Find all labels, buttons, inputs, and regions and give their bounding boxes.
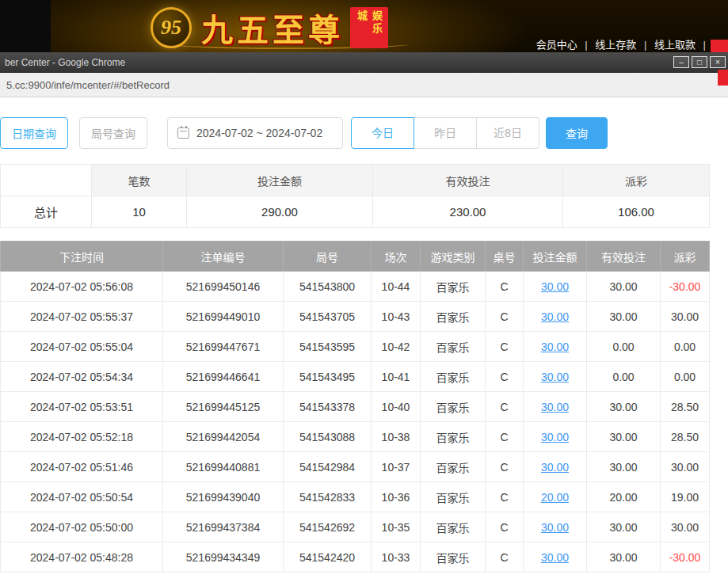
table-row: 2024-07-02 05:50:54 521699439040 5415428… (1, 482, 710, 512)
valid-bet-cell: 30.00 (587, 542, 661, 573)
table-number-cell: C (486, 362, 524, 392)
bet-amount-link[interactable]: 30.00 (524, 392, 587, 422)
order-number-cell: 521699440881 (163, 452, 284, 482)
bet-time-cell: 2024-07-02 05:50:54 (1, 482, 163, 512)
nav-separator: | (644, 39, 646, 51)
bet-amount-link[interactable]: 30.00 (524, 362, 587, 392)
bet-amount-link[interactable]: 30.00 (524, 272, 587, 302)
bet-time-cell: 2024-07-02 05:52:18 (1, 422, 163, 452)
game-type-cell: 百家乐 (421, 422, 486, 452)
browser-titlebar[interactable]: ber Center - Google Chrome – □ × (0, 52, 728, 73)
bet-amount-link[interactable]: 30.00 (524, 452, 587, 482)
bet-amount-link[interactable]: 30.00 (524, 332, 587, 362)
record-column-header: 投注金额 (524, 242, 587, 272)
floating-badge-top[interactable] (711, 40, 728, 52)
record-column-header: 下注时间 (1, 242, 163, 272)
quick-range-group: 今日 昨日 近8日 (351, 117, 539, 149)
payout-cell: 30.00 (661, 302, 710, 332)
window-title: ber Center - Google Chrome (5, 57, 125, 68)
payout-cell: 28.50 (661, 422, 710, 452)
filter-bar: 日期查询 局号查询 2024-07-02 ~ 2024-07-02 今日 昨日 … (0, 117, 728, 149)
close-icon[interactable]: × (710, 56, 726, 68)
site-header: 95 九五至尊 娱乐城 会员中心 | 线上存款 | 线上取款 | (0, 0, 728, 52)
summary-payout-value: 106.00 (563, 196, 710, 228)
bet-amount-link[interactable]: 30.00 (524, 542, 587, 573)
range-last8days-button[interactable]: 近8日 (476, 117, 539, 149)
bet-time-cell: 2024-07-02 05:48:28 (1, 542, 163, 573)
nav-online-withdraw[interactable]: 线上取款 (654, 39, 696, 51)
summary-valid-value: 230.00 (373, 196, 563, 228)
nav-online-deposit[interactable]: 线上存款 (595, 39, 636, 51)
valid-bet-cell: 30.00 (587, 392, 661, 422)
range-yesterday-button[interactable]: 昨日 (414, 117, 477, 149)
order-number-cell: 521699439040 (163, 482, 284, 512)
game-type-cell: 百家乐 (421, 302, 486, 332)
bet-time-cell: 2024-07-02 05:56:08 (1, 272, 163, 302)
bet-amount-link[interactable]: 30.00 (524, 302, 587, 332)
bet-time-cell: 2024-07-02 05:55:04 (1, 332, 163, 362)
floating-badge-side[interactable] (718, 70, 728, 86)
record-column-header: 派彩 (661, 242, 710, 272)
session-cell: 10-40 (372, 392, 421, 422)
table-row: 2024-07-02 05:48:28 521699434349 5415424… (1, 542, 710, 573)
bet-time-cell: 2024-07-02 05:55:37 (1, 302, 163, 332)
summary-header-row: 笔数 投注金额 有效投注 派彩 (1, 165, 710, 196)
bet-time-cell: 2024-07-02 05:54:34 (1, 362, 163, 392)
record-table-header-row: 下注时间注单编号局号场次游戏类别桌号投注金额有效投注派彩 (1, 242, 710, 272)
bet-amount-link[interactable]: 20.00 (524, 482, 587, 512)
date-range-value: 2024-07-02 ~ 2024-07-02 (196, 127, 322, 139)
browser-address-bar[interactable]: 5.cc:9900/infe/mcenter/#/betRecord (0, 73, 728, 97)
site-logo: 95 九五至尊 娱乐城 (151, 5, 388, 51)
range-today-button[interactable]: 今日 (351, 117, 414, 149)
bet-amount-link[interactable]: 30.00 (524, 512, 587, 542)
round-number-cell: 541543378 (284, 392, 372, 422)
screen: 95 九五至尊 娱乐城 会员中心 | 线上存款 | 线上取款 | ber Cen… (0, 0, 728, 586)
maximize-icon[interactable]: □ (692, 56, 707, 68)
session-cell: 10-42 (372, 332, 421, 362)
minimize-icon[interactable]: – (673, 56, 689, 68)
round-number-cell: 541543088 (284, 422, 372, 452)
session-cell: 10-33 (372, 542, 421, 573)
round-number-cell: 541542420 (284, 542, 372, 573)
bet-record-page: 日期查询 局号查询 2024-07-02 ~ 2024-07-02 今日 昨日 … (0, 97, 728, 586)
order-number-cell: 521699450146 (163, 272, 284, 302)
table-number-cell: C (486, 332, 524, 362)
table-number-cell: C (486, 542, 524, 573)
bet-amount-link[interactable]: 30.00 (524, 422, 587, 452)
summary-blank-header (1, 165, 92, 196)
round-number-cell: 541542692 (284, 512, 372, 542)
bet-time-cell: 2024-07-02 05:53:51 (1, 392, 163, 422)
game-type-cell: 百家乐 (421, 452, 486, 482)
table-row: 2024-07-02 05:55:04 521699447671 5415435… (1, 332, 710, 362)
payout-cell: -30.00 (661, 542, 710, 573)
desktop-corner (0, 0, 51, 52)
payout-cell: 0.00 (661, 332, 710, 362)
valid-bet-cell: 20.00 (587, 482, 661, 512)
round-number-cell: 541543595 (284, 332, 372, 362)
window-controls: – □ × (673, 56, 726, 68)
game-type-cell: 百家乐 (421, 392, 486, 422)
nav-member-center[interactable]: 会员中心 (536, 39, 577, 51)
summary-total-row: 总计 10 290.00 230.00 106.00 (1, 196, 710, 228)
session-cell: 10-44 (372, 272, 421, 302)
order-number-cell: 521699437384 (163, 512, 284, 542)
table-row: 2024-07-02 05:50:00 521699437384 5415426… (1, 512, 710, 542)
game-type-cell: 百家乐 (421, 542, 486, 573)
table-row: 2024-07-02 05:54:34 521699446641 5415434… (1, 362, 710, 392)
table-number-cell: C (486, 392, 524, 422)
table-number-cell: C (486, 512, 524, 542)
bet-time-cell: 2024-07-02 05:50:00 (1, 512, 163, 542)
table-number-cell: C (486, 482, 524, 512)
game-type-cell: 百家乐 (421, 482, 486, 512)
session-cell: 10-37 (372, 452, 421, 482)
round-query-tab[interactable]: 局号查询 (79, 117, 147, 149)
search-button[interactable]: 查询 (546, 117, 608, 149)
round-number-cell: 541543495 (284, 362, 372, 392)
table-number-cell: C (486, 272, 524, 302)
record-column-header: 局号 (284, 242, 372, 272)
date-query-tab[interactable]: 日期查询 (0, 117, 68, 149)
nav-separator: | (585, 39, 587, 51)
logo-text: 九五至尊 (201, 5, 344, 51)
summary-header-bet: 投注金额 (187, 165, 373, 196)
date-range-input[interactable]: 2024-07-02 ~ 2024-07-02 (167, 117, 343, 149)
